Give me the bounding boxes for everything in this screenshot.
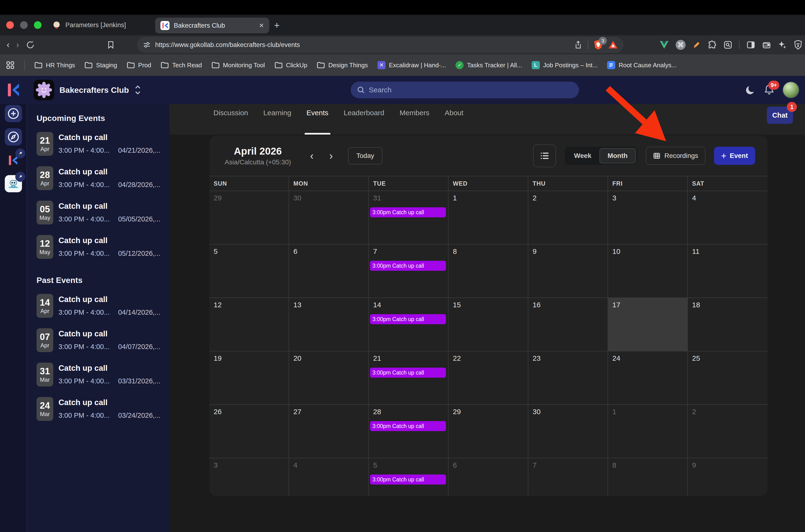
calendar-cell[interactable]: 15 — [449, 298, 528, 351]
profile-avatar[interactable] — [783, 81, 799, 98]
calendar-cell[interactable]: 1 — [608, 404, 688, 458]
calendar-cell[interactable]: 29 — [209, 191, 289, 244]
bookmark-excalidraw[interactable]: ✕Excalidraw | Hand-... — [378, 61, 446, 69]
new-event-button[interactable]: + Event — [714, 147, 755, 165]
calendar-cell[interactable]: 13 — [289, 298, 369, 351]
community-switcher[interactable]: Bakecrafters Club — [34, 80, 141, 100]
calendar-cell[interactable]: 30 — [289, 191, 369, 244]
space-robot[interactable] — [5, 175, 22, 192]
calendar-cell[interactable]: 19 — [209, 351, 289, 404]
vpn-shield-icon[interactable] — [793, 40, 803, 50]
calendar-cell[interactable]: 1 — [449, 191, 528, 244]
event-list-item[interactable]: 12May Catch up call 3:00 PM - 4:00...05/… — [37, 235, 163, 259]
event-chip[interactable]: 3:00pm Catch up call — [370, 421, 446, 431]
tab-events[interactable]: Events — [307, 104, 329, 135]
event-chip[interactable]: 3:00pm Catch up call — [370, 368, 446, 378]
calendar-cell[interactable]: 313:00pm Catch up call — [369, 191, 449, 244]
event-list-item[interactable]: 31Mar Catch up call 3:00 PM - 4:00...03/… — [37, 363, 163, 386]
calendar-cell[interactable]: 283:00pm Catch up call — [369, 404, 449, 458]
next-month-button[interactable]: › — [329, 150, 333, 162]
calendar-cell[interactable]: 9 — [528, 244, 608, 298]
calendar-cell[interactable]: 24 — [608, 351, 688, 404]
search-input[interactable] — [369, 86, 536, 94]
forward-icon[interactable]: › — [16, 40, 19, 50]
wallet-icon[interactable] — [762, 40, 771, 50]
calendar-cell[interactable]: 22 — [449, 351, 528, 404]
vue-extension-icon[interactable] — [659, 41, 669, 49]
site-settings-icon[interactable] — [143, 41, 151, 49]
today-button[interactable]: Today — [348, 147, 382, 164]
bookmark-hr-things[interactable]: HR Things — [34, 61, 75, 69]
bookmark-staging[interactable]: Staging — [85, 61, 117, 69]
pencil-extension-icon[interactable] — [692, 41, 701, 49]
calendar-cell[interactable]: 23 — [528, 351, 608, 404]
calendar-cell[interactable]: 25 — [688, 351, 768, 404]
previous-month-button[interactable]: ‹ — [310, 150, 314, 162]
calendar-cell[interactable]: 7 — [528, 458, 608, 496]
kollab-logo[interactable] — [0, 83, 27, 97]
share-icon[interactable] — [574, 41, 583, 49]
calendar-cell[interactable]: 27 — [289, 404, 369, 458]
bookmark-job-postings[interactable]: LJob Postings – Int... — [532, 61, 598, 69]
bookmark-root-cause[interactable]: Root Cause Analys... — [607, 61, 677, 69]
bookmark-icon[interactable] — [107, 41, 115, 49]
tab-discussion[interactable]: Discussion — [214, 104, 248, 135]
event-list-item[interactable]: 07Apr Catch up call 3:00 PM - 4:00...04/… — [37, 328, 163, 352]
calendar-cell[interactable]: 30 — [528, 404, 608, 458]
calendar-cell[interactable]: 16 — [528, 298, 608, 351]
bookmark-monitoring-tool[interactable]: Monitoring Tool — [212, 61, 265, 69]
tab-leaderboard[interactable]: Leaderboard — [344, 104, 384, 135]
event-chip[interactable]: 3:00pm Catch up call — [370, 314, 446, 324]
list-view-button[interactable] — [533, 144, 556, 167]
chat-button[interactable]: Chat 1 — [767, 107, 793, 124]
tab-bakecrafters-club[interactable]: Bakecrafters Club ✕ — [155, 18, 269, 33]
calendar-cell[interactable]: 2 — [688, 404, 768, 458]
event-chip[interactable]: 3:00pm Catch up call — [370, 475, 446, 484]
month-view-toggle[interactable]: Month — [600, 148, 636, 164]
calendar-cell[interactable]: 8 — [449, 244, 528, 298]
event-list-item[interactable]: 24Mar Catch up call 3:00 PM - 4:00...03/… — [37, 397, 163, 421]
notifications-button[interactable]: 9+ — [764, 84, 774, 95]
calendar-cell[interactable]: 143:00pm Catch up call — [369, 298, 449, 351]
calendar-cell[interactable]: 53:00pm Catch up call — [369, 458, 449, 496]
close-window-button[interactable] — [6, 21, 14, 29]
calendar-cell[interactable]: 73:00pm Catch up call — [369, 244, 449, 298]
new-tab-button[interactable]: + — [274, 20, 279, 31]
calendar-cell[interactable]: 4 — [688, 191, 768, 244]
minimize-window-button[interactable] — [20, 21, 28, 29]
calendar-cell[interactable]: 10 — [608, 244, 688, 298]
zoom-window-button[interactable] — [34, 21, 41, 29]
tab-parameters-jenkins[interactable]: Parameters [Jenkins] — [52, 20, 126, 30]
calendar-cell[interactable]: 29 — [449, 404, 528, 458]
event-list-item[interactable]: 28Apr Catch up call 3:00 PM - 4:00...04/… — [37, 166, 163, 190]
event-list-item[interactable]: 05May Catch up call 3:00 PM - 4:00...05/… — [37, 201, 163, 225]
calendar-cell[interactable]: 9 — [688, 458, 768, 496]
calendar-cell[interactable]: 4 — [289, 458, 369, 496]
calendar-cell[interactable]: 8 — [608, 458, 688, 496]
discover-button[interactable] — [5, 128, 22, 146]
sidebar-toggle-icon[interactable] — [746, 40, 755, 50]
bookmark-tech-read[interactable]: Tech Read — [161, 61, 202, 69]
bookmark-tasks-tracker[interactable]: ✓Tasks Tracker | All... — [456, 61, 522, 69]
close-tab-icon[interactable]: ✕ — [259, 22, 264, 29]
tab-about[interactable]: About — [445, 104, 463, 135]
reload-icon[interactable] — [26, 40, 35, 50]
calendar-cell[interactable]: 3 — [209, 458, 289, 496]
space-kollab[interactable] — [5, 152, 22, 169]
brave-shields[interactable]: 3 — [593, 40, 603, 50]
create-space-button[interactable] — [5, 105, 22, 122]
dark-mode-moon-icon[interactable] — [745, 84, 756, 95]
apps-grid-icon[interactable] — [6, 61, 15, 70]
bookmark-design-things[interactable]: Design Things — [317, 61, 368, 69]
event-chip[interactable]: 3:00pm Catch up call — [370, 207, 446, 217]
calendar-cell[interactable]: 20 — [289, 351, 369, 404]
event-chip[interactable]: 3:00pm Catch up call — [370, 261, 446, 271]
shortcut-extension-icon[interactable]: ⌘ — [676, 40, 685, 50]
calendar-cell[interactable]: 2 — [528, 191, 608, 244]
leo-ai-icon[interactable] — [778, 40, 787, 50]
bookmark-prod[interactable]: Prod — [127, 61, 151, 69]
page-search-icon[interactable] — [724, 40, 732, 50]
back-icon[interactable]: ‹ — [7, 40, 10, 50]
calendar-cell[interactable]: 18 — [688, 298, 768, 351]
brave-rewards-icon[interactable] — [608, 40, 618, 50]
